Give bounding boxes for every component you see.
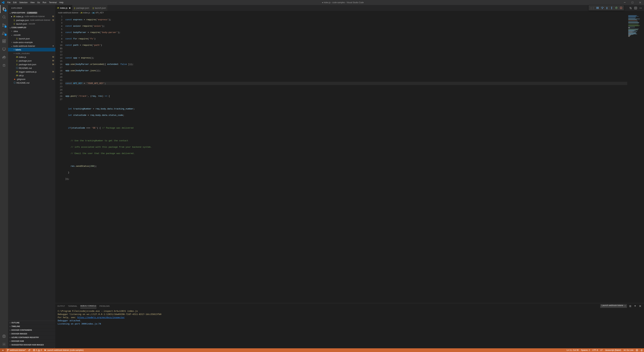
tree-file[interactable]: ⓘREADME.md — [8, 81, 55, 85]
tree-file[interactable]: {}package.jsonM — [8, 59, 55, 62]
minimap[interactable] — [627, 14, 644, 303]
collapsed-section-header[interactable]: ›DOCKER HUB — [8, 339, 55, 343]
sidebar-scroll-indicator[interactable]: › — [8, 347, 55, 348]
maximize-panel-button[interactable] — [633, 304, 637, 308]
split-editor-button[interactable] — [634, 6, 638, 10]
menu-help[interactable]: Help — [58, 0, 65, 5]
menu-terminal[interactable]: Terminal — [48, 0, 58, 5]
tree-folder[interactable]: ⌄node-webhook-listener — [8, 44, 55, 48]
tab-launch-json[interactable]: {} launch.json — [91, 5, 108, 11]
collapsed-section-header[interactable]: ›OUTLINE — [8, 321, 55, 325]
tree-folder[interactable]: ›node_modules — [8, 51, 55, 55]
breadcrumb-folder[interactable]: node-webhook-listener — [58, 11, 78, 14]
debug-step-out-button[interactable] — [610, 6, 614, 10]
language-mode-button[interactable]: Javascript (Babel) — [604, 348, 622, 352]
debug-session-selector[interactable]: Launch webhook listene ⌄ — [600, 304, 627, 308]
json-file-icon: {} — [13, 19, 16, 21]
more-actions-button[interactable] — [639, 6, 643, 10]
collapsed-section-header[interactable]: ›AZURE CONTAINER REGISTRY — [8, 336, 55, 339]
code-content[interactable]: const express = require('express'); cons… — [66, 14, 627, 303]
activity-bug[interactable] — [0, 61, 8, 69]
menu-run[interactable]: Run — [41, 0, 48, 5]
debug-toolbar[interactable]: ⋮⋮ — [589, 5, 624, 10]
notifications-button[interactable] — [639, 348, 644, 352]
menu-edit[interactable]: Edit — [12, 0, 18, 5]
activity-extensions[interactable] — [0, 37, 8, 45]
debug-launch-indicator[interactable]: Launch webhook listener (code-samples) — [43, 348, 85, 352]
minimize-button[interactable] — [621, 0, 628, 5]
panel-tab-debug-console[interactable]: DEBUG CONSOLE — [80, 304, 96, 308]
problems-button[interactable]: 0 0 — [32, 348, 43, 352]
menu-selection[interactable]: Selection — [18, 0, 29, 5]
source-link[interactable]: index.js:74 — [86, 322, 101, 325]
panel-tab-terminal[interactable]: TERMINAL — [68, 304, 77, 308]
tree-file[interactable]: {}launch.json — [8, 37, 55, 40]
tab-index-js[interactable]: JS index.js — [55, 5, 72, 11]
compare-changes-button[interactable] — [628, 6, 632, 10]
indentation-button[interactable]: Spaces: 2 — [580, 348, 591, 352]
workspace-header[interactable]: ⌄ CODE-SAMPLES — [8, 26, 55, 29]
panel-tab-problems[interactable]: PROBLEMS — [100, 304, 110, 308]
collapsed-section-header[interactable]: ›SUGGESTED DOCKER HUB IMAGES — [8, 343, 55, 347]
activity-docker[interactable] — [0, 53, 8, 61]
code-editor[interactable]: 1234567891011121314151617181920212223242… — [55, 14, 644, 303]
collapsed-section-header[interactable]: ›DOCKER IMAGES — [8, 332, 55, 336]
activity-settings[interactable] — [0, 340, 8, 348]
eol-button[interactable]: LF — [599, 348, 604, 352]
open-editor-item[interactable]: {} launch.json .vscode — [8, 22, 55, 26]
tree-file[interactable]: JSindex.jsM — [8, 55, 55, 59]
activity-accounts[interactable] — [0, 332, 8, 340]
debug-console-output[interactable]: C:\Program Files\nodejs\node.exe --inspe… — [55, 309, 644, 348]
collapsed-section-header[interactable]: ›DOCKER CONTAINERS — [8, 328, 55, 332]
menu-view[interactable]: View — [29, 0, 36, 5]
breadcrumb-symbol[interactable]: API_KEY — [96, 11, 104, 14]
open-editors-header[interactable]: ⌄ OPEN EDITORS 1 UNSAVED — [8, 11, 55, 14]
tree-folder[interactable]: ›labels — [8, 48, 55, 51]
feedback-button[interactable] — [634, 348, 639, 352]
breadcrumb[interactable]: node-webhook-listener › JS index.js › [◉… — [55, 11, 644, 14]
git-branch-button[interactable]: webhook-listener* — [6, 348, 27, 352]
activity-explorer[interactable]: 1 — [0, 5, 8, 13]
editor-area: ⋮⋮ JS index.js {} package.json {} launch… — [55, 5, 644, 348]
close-panel-button[interactable] — [638, 304, 642, 308]
sync-button[interactable] — [27, 348, 32, 352]
tree-folder[interactable]: ⌄.vscode — [8, 33, 55, 37]
activity-source-control[interactable]: 5 — [0, 21, 8, 29]
menu-go[interactable]: Go — [36, 0, 41, 5]
help-link[interactable]: https://nodejs.org/en/docs/inspector — [77, 316, 124, 319]
debug-stop-button[interactable] — [619, 6, 623, 10]
chevron-down-icon: ⌄ — [624, 304, 626, 307]
svg-point-20 — [612, 8, 612, 9]
breadcrumb-file[interactable]: index.js — [83, 11, 90, 14]
panel-tab-output[interactable]: OUTPUT — [57, 304, 65, 308]
clear-console-button[interactable] — [628, 304, 632, 308]
open-editor-item[interactable]: {} package.json node-webhook-listener M — [8, 18, 55, 22]
git-status: M — [52, 56, 54, 58]
cursor-position[interactable]: Ln 11, Col 30 — [566, 348, 580, 352]
maximize-button[interactable] — [628, 0, 636, 5]
open-editor-item[interactable]: ● JS index.js node-webhook-listener M — [8, 14, 55, 18]
debug-step-into-button[interactable] — [605, 6, 609, 10]
collapsed-section-header[interactable]: ›TIMELINE — [8, 325, 55, 328]
activity-remote-explorer[interactable] — [0, 45, 8, 53]
tree-file[interactable]: JStrigger-webhook.jsM — [8, 70, 55, 74]
debug-pause-button[interactable] — [595, 6, 600, 10]
tab-package-json[interactable]: {} package.json — [72, 5, 91, 11]
debug-step-over-button[interactable] — [600, 6, 604, 10]
tree-file[interactable]: ⓘREADME.md — [8, 66, 55, 70]
modified-dot-icon — [53, 45, 54, 46]
tree-folder[interactable]: ›.idea — [8, 29, 55, 33]
debug-restart-button[interactable] — [614, 6, 618, 10]
tree-file[interactable]: ◆.gitignoreM — [8, 77, 55, 81]
tree-file[interactable]: {}package-lock.jsonM — [8, 62, 55, 66]
go-live-button[interactable]: Go Live — [622, 348, 634, 352]
tree-folder[interactable]: ›node-axios-example — [8, 40, 55, 44]
menu-file[interactable]: File — [6, 0, 12, 5]
close-button[interactable] — [636, 0, 644, 5]
activity-run-debug[interactable]: 1 — [0, 29, 8, 37]
encoding-button[interactable]: UTF-8 — [591, 348, 599, 352]
tree-file[interactable]: JSutil.js — [8, 74, 55, 77]
activity-search[interactable] — [0, 13, 8, 21]
drag-handle-icon[interactable]: ⋮⋮ — [589, 7, 595, 9]
remote-indicator[interactable] — [0, 348, 6, 352]
